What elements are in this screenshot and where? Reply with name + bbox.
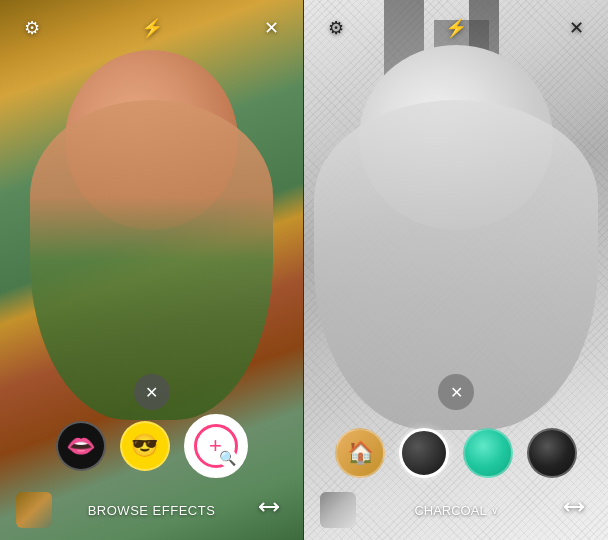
dismiss-effect-right[interactable]: ✕ (438, 374, 474, 410)
bottom-bar-right: 🏠 CHARCOAL ∨ (304, 430, 608, 540)
browse-effects-label[interactable]: BROWSE EFFECTS (88, 503, 216, 518)
browse-effects-icon: + 🔍 (187, 417, 245, 475)
phone-screen: ⚙ ⚡ ✕ ✕ 👄 😎 + 🔍 (0, 0, 608, 540)
top-bar-left: ⚙ ⚡ ✕ (0, 0, 303, 56)
action-row-right: CHARCOAL ∨ (304, 492, 608, 528)
left-camera-panel: ⚙ ⚡ ✕ ✕ 👄 😎 + 🔍 (0, 0, 304, 540)
gallery-thumbnail-left[interactable] (16, 492, 52, 528)
dark-effect-button[interactable] (527, 428, 577, 478)
house-effect-button[interactable]: 🏠 (335, 428, 385, 478)
bottom-bar-left: 👄 😎 + 🔍 BROWSE EFFECTS (0, 430, 303, 540)
effects-row-left: 👄 😎 + 🔍 (56, 414, 248, 478)
filter-name-label[interactable]: CHARCOAL ∨ (414, 503, 497, 518)
flash-icon-left[interactable]: ⚡ (136, 12, 168, 44)
teal-effect-button[interactable] (463, 428, 513, 478)
person-body-left (30, 100, 273, 420)
mouth-effect-button[interactable]: 👄 (56, 421, 106, 471)
close-icon-left[interactable]: ✕ (255, 12, 287, 44)
flash-icon-right[interactable]: ⚡ (440, 12, 472, 44)
gallery-thumbnail-right[interactable] (320, 492, 356, 528)
flip-camera-right[interactable] (556, 492, 592, 528)
flip-camera-left[interactable] (251, 492, 287, 528)
settings-icon-left[interactable]: ⚙ (16, 12, 48, 44)
right-camera-panel: ⚙ ⚡ ✕ ✕ 🏠 CHARCOAL ∨ (304, 0, 608, 540)
browse-circle: + 🔍 (194, 424, 238, 468)
close-icon-right[interactable]: ✕ (560, 12, 592, 44)
sphere-effect-button[interactable] (399, 428, 449, 478)
sunglasses-effect-button[interactable]: 😎 (120, 421, 170, 471)
browse-effects-button[interactable]: + 🔍 (184, 414, 248, 478)
dismiss-effect-left[interactable]: ✕ (134, 374, 170, 410)
charcoal-text: CHARCOAL (414, 503, 486, 518)
action-row-left: BROWSE EFFECTS (0, 492, 303, 528)
browse-search-icon: 🔍 (219, 449, 237, 467)
top-bar-right: ⚙ ⚡ ✕ (304, 0, 608, 56)
chevron-down-icon: ∨ (491, 505, 498, 516)
effects-row-right: 🏠 (335, 428, 577, 478)
settings-icon-right[interactable]: ⚙ (320, 12, 352, 44)
